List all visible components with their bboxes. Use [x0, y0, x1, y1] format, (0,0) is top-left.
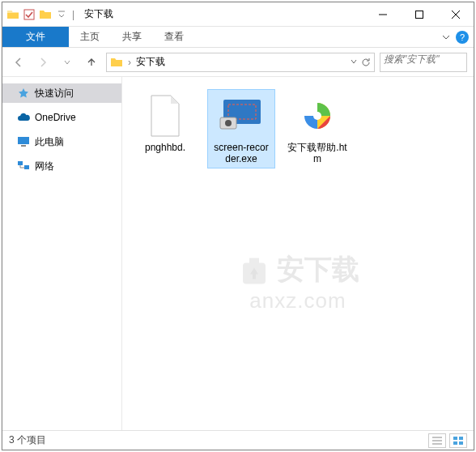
file-label: 安下载帮助.htm	[287, 142, 347, 164]
svg-rect-0	[24, 10, 34, 19]
icons-view-button[interactable]	[449, 433, 467, 448]
file-label: screen-recorder.exe	[211, 142, 271, 164]
forward-button[interactable]	[33, 53, 53, 72]
svg-rect-3	[21, 145, 26, 147]
navigation-pane: 快速访问 OneDrive 此电脑 网络	[2, 77, 122, 430]
navigation-bar: › 安下载	[2, 48, 474, 77]
sidebar-item-label: 网络	[35, 160, 54, 173]
tab-view[interactable]: 查看	[153, 27, 195, 47]
sidebar-item-onedrive[interactable]: OneDrive	[2, 108, 121, 127]
svg-rect-11	[453, 437, 457, 440]
folder-icon-2	[38, 7, 53, 22]
blank-file-icon	[142, 93, 188, 139]
checkbox-icon[interactable]	[22, 7, 36, 22]
svg-rect-13	[453, 441, 457, 445]
title-bar: | 安下载	[2, 2, 474, 27]
svg-rect-2	[18, 137, 29, 144]
status-bar: 3 个项目	[2, 430, 474, 450]
ribbon-expand-icon[interactable]	[441, 32, 451, 42]
up-button[interactable]	[82, 53, 101, 72]
file-label: pnghhbd.	[145, 142, 185, 153]
tab-share[interactable]: 共享	[111, 27, 153, 47]
svg-rect-14	[459, 441, 463, 445]
recorder-exe-icon	[219, 93, 264, 139]
minimize-button[interactable]	[364, 2, 401, 26]
tab-home[interactable]: 主页	[69, 27, 111, 47]
htm-color-icon	[295, 93, 340, 139]
status-text: 3 个项目	[9, 433, 46, 447]
breadcrumb-item[interactable]: 安下载	[136, 55, 165, 69]
sidebar-item-label: 此电脑	[35, 135, 64, 149]
tab-file[interactable]: 文件	[2, 27, 69, 47]
svg-point-10	[313, 112, 321, 120]
ribbon-tabs: 文件 主页 共享 查看 ?	[2, 27, 474, 48]
window-title: 安下载	[84, 7, 113, 21]
sidebar-item-thispc[interactable]: 此电脑	[2, 132, 121, 151]
svg-rect-1	[415, 11, 423, 18]
monitor-icon	[17, 135, 30, 148]
folder-icon	[6, 7, 20, 22]
recent-dropdown[interactable]	[57, 53, 77, 72]
svg-rect-5	[24, 165, 29, 169]
svg-rect-12	[459, 437, 463, 440]
svg-point-9	[225, 120, 232, 126]
address-bar[interactable]: › 安下载	[106, 53, 375, 72]
help-icon[interactable]: ?	[456, 31, 469, 44]
file-item[interactable]: 安下载帮助.htm	[284, 90, 351, 168]
address-dropdown-icon[interactable]	[350, 58, 358, 67]
search-box[interactable]	[380, 53, 467, 72]
star-icon	[17, 87, 30, 100]
network-icon	[17, 160, 30, 173]
qat-dropdown[interactable]	[54, 7, 69, 22]
refresh-icon[interactable]	[361, 58, 371, 67]
sidebar-item-quickaccess[interactable]: 快速访问	[2, 83, 121, 103]
window-controls	[364, 2, 474, 26]
sidebar-item-network[interactable]: 网络	[2, 156, 121, 176]
back-button[interactable]	[9, 53, 28, 72]
search-input[interactable]	[384, 53, 463, 65]
sidebar-item-label: 快速访问	[35, 87, 74, 100]
chevron-right-icon[interactable]: ›	[128, 57, 131, 68]
cloud-icon	[17, 111, 30, 124]
file-item[interactable]: screen-recorder.exe	[208, 90, 274, 168]
file-list: pnghhbd. screen-recorder.exe	[122, 77, 474, 430]
explorer-window: | 安下载 文件 主页 共享 查看 ? › 安下载	[2, 2, 474, 450]
details-view-button[interactable]	[428, 433, 446, 448]
watermark: 安下载 anxz.com	[236, 250, 359, 313]
file-item[interactable]: pnghhbd.	[132, 90, 198, 156]
maximize-button[interactable]	[401, 2, 437, 26]
sidebar-item-label: OneDrive	[35, 112, 76, 123]
folder-icon	[110, 56, 123, 69]
close-button[interactable]	[437, 2, 474, 26]
svg-rect-4	[18, 161, 23, 165]
